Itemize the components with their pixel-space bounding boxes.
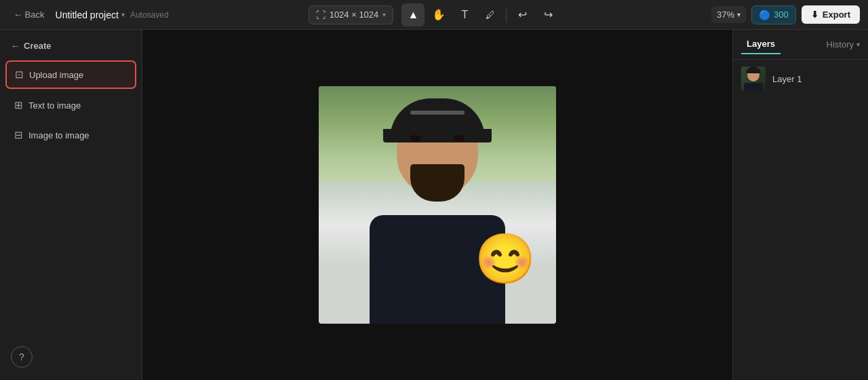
topbar-center: ⛶ 1024 × 1024 ▾ ▲ ✋ T 🖊 ↩ ↪ xyxy=(294,3,574,26)
text-to-image-icon: ⊞ xyxy=(14,99,23,111)
right-eye xyxy=(454,135,465,142)
photo-placeholder: 😊 xyxy=(319,86,556,324)
layer-thumbnail xyxy=(741,66,766,91)
help-icon: ? xyxy=(19,352,24,362)
chevron-down-icon: ▾ xyxy=(737,11,741,18)
topbar-left: ← Back Untitled project ▾ Autosaved xyxy=(8,7,288,22)
create-header: ← Create xyxy=(5,37,136,55)
tab-history[interactable]: History ▾ xyxy=(827,39,860,50)
project-name[interactable]: Untitled project ▾ xyxy=(56,10,125,20)
export-button[interactable]: ⬇ Export xyxy=(802,5,860,24)
canvas-area[interactable]: 😊 xyxy=(142,30,732,380)
redo-icon: ↪ xyxy=(544,8,553,21)
chevron-down-icon: ▾ xyxy=(382,11,386,18)
image-to-image-icon: ⊟ xyxy=(14,129,23,141)
main-area: ← Create ⊡ Upload image ⊞ Text to image … xyxy=(0,30,868,380)
undo-button[interactable]: ↩ xyxy=(511,3,534,26)
redo-button[interactable]: ↪ xyxy=(536,3,559,26)
export-icon: ⬇ xyxy=(811,10,818,20)
sidebar-item-text-to-image[interactable]: ⊞ Text to image xyxy=(5,92,136,119)
credits-icon: 🔵 xyxy=(759,10,770,20)
right-sidebar: Layers History ▾ Layer 1 xyxy=(732,30,868,380)
person-eyes xyxy=(410,135,465,142)
canvas-image: 😊 xyxy=(319,86,556,324)
layer-label: Layer 1 xyxy=(772,74,802,84)
back-arrow-icon: ← xyxy=(11,41,20,51)
photo-background: 😊 xyxy=(319,86,556,324)
chevron-down-icon: ▾ xyxy=(856,41,860,48)
topbar: ← Back Untitled project ▾ Autosaved ⛶ 10… xyxy=(0,0,868,30)
tab-layers[interactable]: Layers xyxy=(741,35,781,54)
zoom-control[interactable]: 37% ▾ xyxy=(711,6,746,23)
layer-item[interactable]: Layer 1 xyxy=(733,60,868,98)
text-tool-button[interactable]: T xyxy=(453,3,476,26)
undo-icon: ↩ xyxy=(518,8,527,21)
left-eye xyxy=(410,135,421,142)
sidebar-item-upload-image[interactable]: ⊡ Upload image xyxy=(5,60,136,89)
help-button[interactable]: ? xyxy=(11,346,33,368)
back-label: ← Back xyxy=(14,10,45,20)
toolbar-separator xyxy=(506,7,507,22)
back-button[interactable]: ← Back xyxy=(8,7,50,22)
credits-button[interactable]: 🔵 300 xyxy=(751,5,796,24)
pen-icon: 🖊 xyxy=(486,10,495,20)
text-icon: T xyxy=(461,9,468,21)
left-sidebar: ← Create ⊡ Upload image ⊞ Text to image … xyxy=(0,30,142,380)
chevron-down-icon: ▾ xyxy=(121,11,125,18)
pen-tool-button[interactable]: 🖊 xyxy=(479,3,502,26)
sidebar-bottom: ? xyxy=(5,341,136,373)
text-to-image-label: Text to image xyxy=(28,100,81,111)
autosaved-label: Autosaved xyxy=(130,10,169,20)
upload-icon: ⊡ xyxy=(15,69,24,81)
select-tool-button[interactable]: ▲ xyxy=(401,3,425,26)
upload-image-label: Upload image xyxy=(29,70,83,80)
topbar-right: 37% ▾ 🔵 300 ⬇ Export xyxy=(580,5,860,24)
hand-icon: ✋ xyxy=(432,8,446,21)
right-sidebar-tabs: Layers History ▾ xyxy=(733,30,868,60)
image-to-image-label: Image to image xyxy=(28,130,90,140)
canvas-resize-icon: ⛶ xyxy=(316,10,326,20)
canvas-size-button[interactable]: ⛶ 1024 × 1024 ▾ xyxy=(309,5,394,24)
sidebar-item-image-to-image[interactable]: ⊟ Image to image xyxy=(5,121,136,149)
select-icon: ▲ xyxy=(408,9,418,21)
emoji-overlay: 😊 xyxy=(475,234,536,283)
hand-tool-button[interactable]: ✋ xyxy=(427,3,450,26)
